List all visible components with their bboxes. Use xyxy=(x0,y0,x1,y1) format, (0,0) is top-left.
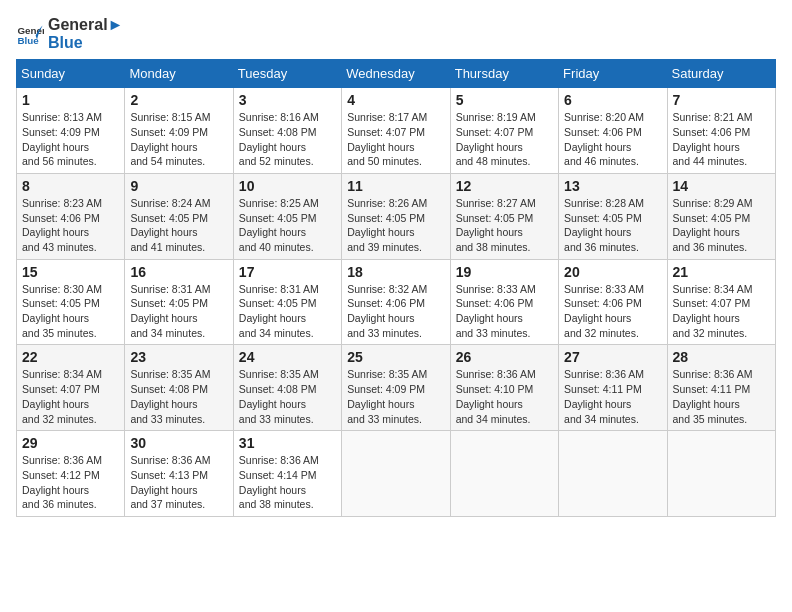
day-info: Sunrise: 8:27 AMSunset: 4:05 PMDaylight … xyxy=(456,196,553,255)
day-info: Sunrise: 8:36 AMSunset: 4:10 PMDaylight … xyxy=(456,367,553,426)
day-number: 16 xyxy=(130,264,227,280)
calendar-cell: 18Sunrise: 8:32 AMSunset: 4:06 PMDayligh… xyxy=(342,259,450,345)
day-number: 12 xyxy=(456,178,553,194)
day-info: Sunrise: 8:23 AMSunset: 4:06 PMDaylight … xyxy=(22,196,119,255)
day-number: 8 xyxy=(22,178,119,194)
day-info: Sunrise: 8:29 AMSunset: 4:05 PMDaylight … xyxy=(673,196,770,255)
logo-blue: Blue xyxy=(48,34,123,52)
day-info: Sunrise: 8:36 AMSunset: 4:11 PMDaylight … xyxy=(673,367,770,426)
day-number: 1 xyxy=(22,92,119,108)
day-number: 9 xyxy=(130,178,227,194)
day-number: 21 xyxy=(673,264,770,280)
logo-icon: General Blue xyxy=(16,20,44,48)
day-number: 20 xyxy=(564,264,661,280)
day-info: Sunrise: 8:33 AMSunset: 4:06 PMDaylight … xyxy=(456,282,553,341)
day-info: Sunrise: 8:34 AMSunset: 4:07 PMDaylight … xyxy=(22,367,119,426)
day-number: 11 xyxy=(347,178,444,194)
day-number: 31 xyxy=(239,435,336,451)
day-number: 18 xyxy=(347,264,444,280)
day-number: 4 xyxy=(347,92,444,108)
calendar-cell: 22Sunrise: 8:34 AMSunset: 4:07 PMDayligh… xyxy=(17,345,125,431)
calendar-cell: 31Sunrise: 8:36 AMSunset: 4:14 PMDayligh… xyxy=(233,431,341,517)
day-number: 24 xyxy=(239,349,336,365)
calendar-cell: 26Sunrise: 8:36 AMSunset: 4:10 PMDayligh… xyxy=(450,345,558,431)
weekday-tuesday: Tuesday xyxy=(233,60,341,88)
day-info: Sunrise: 8:36 AMSunset: 4:13 PMDaylight … xyxy=(130,453,227,512)
calendar-cell: 24Sunrise: 8:35 AMSunset: 4:08 PMDayligh… xyxy=(233,345,341,431)
calendar-week-5: 29Sunrise: 8:36 AMSunset: 4:12 PMDayligh… xyxy=(17,431,776,517)
day-info: Sunrise: 8:21 AMSunset: 4:06 PMDaylight … xyxy=(673,110,770,169)
logo-general: General► xyxy=(48,16,123,34)
day-info: Sunrise: 8:13 AMSunset: 4:09 PMDaylight … xyxy=(22,110,119,169)
day-info: Sunrise: 8:30 AMSunset: 4:05 PMDaylight … xyxy=(22,282,119,341)
weekday-friday: Friday xyxy=(559,60,667,88)
calendar-cell: 6Sunrise: 8:20 AMSunset: 4:06 PMDaylight… xyxy=(559,88,667,174)
calendar-cell: 2Sunrise: 8:15 AMSunset: 4:09 PMDaylight… xyxy=(125,88,233,174)
calendar-cell: 15Sunrise: 8:30 AMSunset: 4:05 PMDayligh… xyxy=(17,259,125,345)
calendar-cell: 14Sunrise: 8:29 AMSunset: 4:05 PMDayligh… xyxy=(667,173,775,259)
weekday-wednesday: Wednesday xyxy=(342,60,450,88)
calendar-cell: 21Sunrise: 8:34 AMSunset: 4:07 PMDayligh… xyxy=(667,259,775,345)
day-number: 29 xyxy=(22,435,119,451)
day-number: 19 xyxy=(456,264,553,280)
day-info: Sunrise: 8:25 AMSunset: 4:05 PMDaylight … xyxy=(239,196,336,255)
day-info: Sunrise: 8:15 AMSunset: 4:09 PMDaylight … xyxy=(130,110,227,169)
day-info: Sunrise: 8:36 AMSunset: 4:11 PMDaylight … xyxy=(564,367,661,426)
day-info: Sunrise: 8:32 AMSunset: 4:06 PMDaylight … xyxy=(347,282,444,341)
calendar-cell: 29Sunrise: 8:36 AMSunset: 4:12 PMDayligh… xyxy=(17,431,125,517)
calendar-cell: 5Sunrise: 8:19 AMSunset: 4:07 PMDaylight… xyxy=(450,88,558,174)
day-number: 27 xyxy=(564,349,661,365)
day-number: 6 xyxy=(564,92,661,108)
day-number: 14 xyxy=(673,178,770,194)
logo: General Blue General► Blue xyxy=(16,16,123,51)
calendar-cell: 9Sunrise: 8:24 AMSunset: 4:05 PMDaylight… xyxy=(125,173,233,259)
calendar-week-3: 15Sunrise: 8:30 AMSunset: 4:05 PMDayligh… xyxy=(17,259,776,345)
calendar-cell: 11Sunrise: 8:26 AMSunset: 4:05 PMDayligh… xyxy=(342,173,450,259)
calendar-cell xyxy=(559,431,667,517)
day-number: 15 xyxy=(22,264,119,280)
svg-text:Blue: Blue xyxy=(17,34,39,45)
weekday-thursday: Thursday xyxy=(450,60,558,88)
calendar-cell: 28Sunrise: 8:36 AMSunset: 4:11 PMDayligh… xyxy=(667,345,775,431)
page-header: General Blue General► Blue xyxy=(16,16,776,51)
day-number: 26 xyxy=(456,349,553,365)
calendar-cell: 4Sunrise: 8:17 AMSunset: 4:07 PMDaylight… xyxy=(342,88,450,174)
day-info: Sunrise: 8:20 AMSunset: 4:06 PMDaylight … xyxy=(564,110,661,169)
day-number: 22 xyxy=(22,349,119,365)
calendar-cell xyxy=(342,431,450,517)
day-info: Sunrise: 8:35 AMSunset: 4:08 PMDaylight … xyxy=(239,367,336,426)
day-number: 2 xyxy=(130,92,227,108)
day-number: 7 xyxy=(673,92,770,108)
calendar-week-2: 8Sunrise: 8:23 AMSunset: 4:06 PMDaylight… xyxy=(17,173,776,259)
day-number: 10 xyxy=(239,178,336,194)
calendar-cell: 12Sunrise: 8:27 AMSunset: 4:05 PMDayligh… xyxy=(450,173,558,259)
day-number: 13 xyxy=(564,178,661,194)
day-info: Sunrise: 8:24 AMSunset: 4:05 PMDaylight … xyxy=(130,196,227,255)
weekday-sunday: Sunday xyxy=(17,60,125,88)
day-info: Sunrise: 8:36 AMSunset: 4:12 PMDaylight … xyxy=(22,453,119,512)
day-info: Sunrise: 8:36 AMSunset: 4:14 PMDaylight … xyxy=(239,453,336,512)
calendar-cell: 30Sunrise: 8:36 AMSunset: 4:13 PMDayligh… xyxy=(125,431,233,517)
calendar-cell: 8Sunrise: 8:23 AMSunset: 4:06 PMDaylight… xyxy=(17,173,125,259)
calendar-cell xyxy=(667,431,775,517)
day-info: Sunrise: 8:26 AMSunset: 4:05 PMDaylight … xyxy=(347,196,444,255)
calendar-week-1: 1Sunrise: 8:13 AMSunset: 4:09 PMDaylight… xyxy=(17,88,776,174)
calendar-table: SundayMondayTuesdayWednesdayThursdayFrid… xyxy=(16,59,776,517)
day-number: 17 xyxy=(239,264,336,280)
calendar-cell: 27Sunrise: 8:36 AMSunset: 4:11 PMDayligh… xyxy=(559,345,667,431)
day-info: Sunrise: 8:31 AMSunset: 4:05 PMDaylight … xyxy=(130,282,227,341)
day-info: Sunrise: 8:31 AMSunset: 4:05 PMDaylight … xyxy=(239,282,336,341)
calendar-cell: 3Sunrise: 8:16 AMSunset: 4:08 PMDaylight… xyxy=(233,88,341,174)
calendar-cell: 13Sunrise: 8:28 AMSunset: 4:05 PMDayligh… xyxy=(559,173,667,259)
day-number: 23 xyxy=(130,349,227,365)
calendar-cell: 16Sunrise: 8:31 AMSunset: 4:05 PMDayligh… xyxy=(125,259,233,345)
day-number: 25 xyxy=(347,349,444,365)
calendar-cell: 7Sunrise: 8:21 AMSunset: 4:06 PMDaylight… xyxy=(667,88,775,174)
calendar-body: 1Sunrise: 8:13 AMSunset: 4:09 PMDaylight… xyxy=(17,88,776,517)
day-info: Sunrise: 8:28 AMSunset: 4:05 PMDaylight … xyxy=(564,196,661,255)
calendar-cell xyxy=(450,431,558,517)
calendar-cell: 20Sunrise: 8:33 AMSunset: 4:06 PMDayligh… xyxy=(559,259,667,345)
day-info: Sunrise: 8:33 AMSunset: 4:06 PMDaylight … xyxy=(564,282,661,341)
calendar-cell: 23Sunrise: 8:35 AMSunset: 4:08 PMDayligh… xyxy=(125,345,233,431)
calendar-cell: 10Sunrise: 8:25 AMSunset: 4:05 PMDayligh… xyxy=(233,173,341,259)
